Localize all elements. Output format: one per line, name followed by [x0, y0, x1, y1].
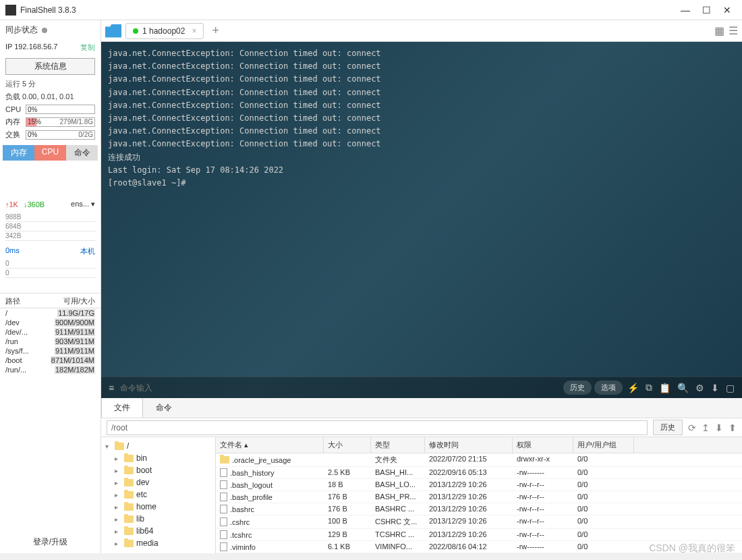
menu-icon[interactable]: ≡ [107, 383, 116, 393]
file-row[interactable]: .bash_logout18 BBASH_LO...2013/12/29 10:… [216, 479, 742, 491]
upload-file-icon[interactable]: ⬆ [729, 422, 737, 433]
tab-memory[interactable]: 内存 [3, 145, 34, 161]
tree-item[interactable]: ▸home [103, 501, 214, 513]
window-title: FinalShell 3.8.3 [20, 5, 681, 15]
maximize-button[interactable]: ☐ [702, 5, 711, 16]
terminal-output[interactable]: java.net.ConnectException: Connection ti… [101, 42, 742, 376]
title-bar: FinalShell 3.8.3 — ☐ ✕ [0, 0, 742, 20]
session-tab-bar: 1 hadoop02 × + ▦ ☰ [101, 20, 742, 42]
tree-item[interactable]: ▸bin [103, 452, 214, 464]
memory-meter: 内存 15%279M/1.8G [0, 115, 101, 128]
history-button[interactable]: 历史 [563, 381, 592, 395]
disk-row[interactable]: /dev900M/900M [0, 318, 101, 327]
file-row[interactable]: .tcshrc129 BTCSHRC ...2013/12/29 10:26-r… [216, 529, 742, 541]
disk-row[interactable]: /run903M/911M [0, 337, 101, 346]
tab-commands[interactable]: 命令 [143, 397, 185, 418]
ping-graph: 0 0 [5, 259, 95, 278]
tree-root[interactable]: ▾/ [103, 440, 214, 452]
load-label: 负载 0.00, 0.01, 0.01 [0, 90, 101, 103]
fullscreen-icon[interactable]: ▢ [724, 383, 737, 393]
tree-item[interactable]: ▸lib64 [103, 525, 214, 537]
ping-stats: 0ms 本机 [0, 245, 101, 258]
add-tab-button[interactable]: + [208, 24, 223, 38]
bolt-icon[interactable]: ⚡ [625, 383, 641, 393]
search-icon[interactable]: 🔍 [675, 383, 691, 393]
paste-icon[interactable]: 📋 [657, 383, 673, 393]
file-row[interactable]: .bashrc176 BBASHRC ...2013/12/29 10:26-r… [216, 503, 742, 515]
refresh-icon[interactable]: ⟳ [688, 422, 696, 433]
grid-view-icon[interactable]: ▦ [714, 24, 724, 37]
gear-icon[interactable]: ⚙ [693, 383, 706, 393]
disk-row[interactable]: /11.9G/17G [0, 308, 101, 318]
copy-ip-button[interactable]: 复制 [80, 43, 95, 53]
file-row[interactable]: .oracle_jre_usage文件夹2022/07/20 21:15drwx… [216, 453, 742, 467]
tree-item[interactable]: ▸lib [103, 513, 214, 525]
file-list: 文件名 ▴ 大小 类型 修改时间 权限 用户/用户组 .oracle_jre_u… [216, 437, 742, 553]
tab-cpu[interactable]: CPU [34, 145, 66, 161]
copy-icon[interactable]: ⧉ [644, 382, 654, 393]
sidebar: 同步状态 IP 192.168.56.7 复制 系统信息 运行 5 分 负载 0… [0, 20, 101, 553]
up-icon[interactable]: ↥ [702, 422, 710, 433]
network-stats: ↑1K ↓360B ens... ▾ [0, 197, 101, 211]
tree-item[interactable]: ▸boot [103, 464, 214, 476]
directory-tree: ▾/ ▸bin▸boot▸dev▸etc▸home▸lib▸lib64▸medi… [101, 437, 216, 553]
disk-header: 路径可用/大小 [0, 293, 101, 308]
tree-item[interactable]: ▸dev [103, 476, 214, 488]
ping-host-dropdown[interactable]: 本机 [80, 246, 95, 256]
login-upgrade-link[interactable]: 登录/升级 [0, 531, 101, 553]
file-row[interactable]: .bash_history2.5 KBBASH_HI...2022/09/16 … [216, 467, 742, 479]
disk-row[interactable]: /dev/...911M/911M [0, 327, 101, 337]
tab-command[interactable]: 命令 [66, 145, 98, 161]
session-tab[interactable]: 1 hadoop02 × [125, 23, 204, 39]
file-list-header[interactable]: 文件名 ▴ 大小 类型 修改时间 权限 用户/用户组 [216, 437, 742, 453]
tree-item[interactable]: ▸media [103, 537, 214, 549]
app-icon [5, 5, 16, 16]
close-tab-icon[interactable]: × [192, 26, 196, 36]
file-row[interactable]: .viminfo6.1 KBVIMINFO...2022/08/16 04:12… [216, 541, 742, 553]
disk-row[interactable]: /boot871M/1014M [0, 356, 101, 365]
network-graph: 988B 684B 342B [5, 213, 95, 241]
close-button[interactable]: ✕ [723, 5, 731, 16]
minimize-button[interactable]: — [681, 5, 690, 16]
open-folder-icon[interactable] [105, 24, 121, 38]
sync-status: 同步状态 [0, 20, 101, 40]
tree-item[interactable]: ▸etc [103, 488, 214, 501]
file-row[interactable]: .bash_profile176 BBASH_PR...2013/12/29 1… [216, 491, 742, 503]
system-info-button[interactable]: 系统信息 [5, 58, 95, 75]
download-icon[interactable]: ⬇ [709, 383, 721, 393]
path-history-button[interactable]: 历史 [653, 420, 683, 435]
options-button[interactable]: 选项 [594, 381, 623, 395]
command-input[interactable] [120, 383, 559, 393]
uptime-label: 运行 5 分 [0, 78, 101, 90]
file-row[interactable]: .cshrc100 BCSHRC 文...2013/12/29 10:26-rw… [216, 515, 742, 529]
command-bar: ≡ 历史 选项 ⚡ ⧉ 📋 🔍 ⚙ ⬇ ▢ [101, 376, 742, 398]
disk-row[interactable]: /run/...182M/182M [0, 365, 101, 374]
list-view-icon[interactable]: ☰ [729, 24, 738, 37]
download-file-icon[interactable]: ⬇ [715, 422, 723, 433]
disk-row[interactable]: /sys/f...911M/911M [0, 346, 101, 356]
ip-label: IP 192.168.56.7 [5, 43, 57, 53]
interface-dropdown[interactable]: ens... ▾ [71, 200, 95, 208]
cpu-meter: CPU 0% [0, 103, 101, 115]
swap-meter: 交换 0%0/2G [0, 128, 101, 141]
status-dot-icon [133, 28, 138, 34]
path-input[interactable]: /root [107, 420, 648, 435]
tab-files[interactable]: 文件 [101, 397, 143, 418]
